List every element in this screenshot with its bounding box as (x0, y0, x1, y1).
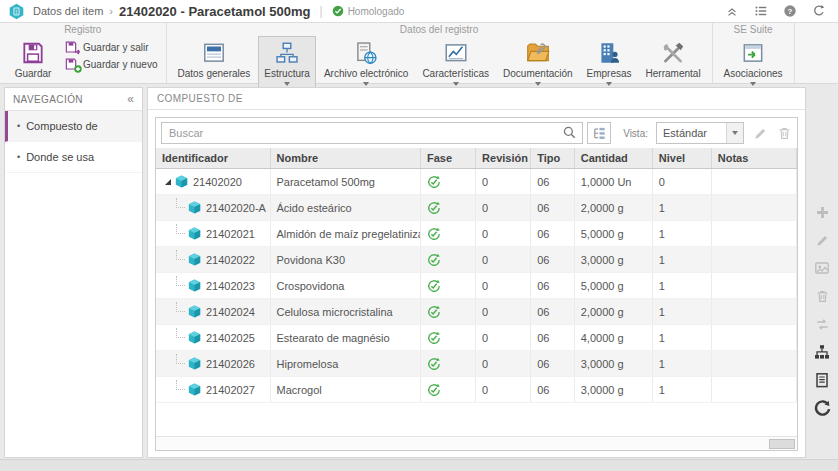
sidebar-item-compuesto-de[interactable]: • Compuesto de (5, 111, 142, 142)
archivo-electronico-button[interactable]: Archivo electrónico (318, 36, 414, 88)
refresh-icon[interactable] (812, 4, 826, 18)
table-row[interactable]: 21402023 Crospovidona 0 06 5,0000 g 1 (156, 273, 797, 299)
edit-view-button[interactable] (753, 126, 768, 141)
empresas-label: Empresas (587, 68, 632, 80)
row-id: 21402026 (206, 358, 255, 370)
table-row[interactable]: 21402024 Celulosa microcristalina 0 06 2… (156, 299, 797, 325)
panel-collapse-icon[interactable]: « (127, 92, 134, 106)
list-view-icon[interactable] (754, 4, 768, 18)
add-icon[interactable] (813, 203, 831, 221)
row-id: 21402025 (206, 332, 255, 344)
tree-expander-icon[interactable] (165, 179, 171, 185)
horizontal-scrollbar[interactable] (156, 436, 797, 450)
ribbon-group-label: Registro (4, 23, 162, 36)
breadcrumb[interactable]: Datos del item (33, 5, 103, 17)
item-cube-icon (188, 357, 201, 370)
table-row[interactable]: 21402022 Povidona K30 0 06 3,0000 g 1 (156, 247, 797, 273)
ribbon-group-registro: Registro Guardar Guardar y salir (0, 23, 167, 83)
save-icon (20, 40, 46, 66)
chevron-down-icon (535, 82, 541, 86)
table-row[interactable]: 21402025 Estearato de magnésio 0 06 4,00… (156, 325, 797, 351)
save-and-exit-label: Guardar y salir (83, 42, 149, 53)
chevron-down-icon (606, 82, 612, 86)
column-header[interactable]: Cantidad (574, 148, 652, 169)
row-tipo: 06 (531, 195, 575, 221)
scrollbar-thumb[interactable] (769, 439, 795, 449)
main-panel: COMPUESTO DE Vista: Estándar (147, 87, 806, 458)
sidebar-item-donde-se-usa[interactable]: • Donde se usa (5, 142, 142, 173)
table-row[interactable]: 21402027 Macrogol 0 06 3,0000 g 1 (156, 377, 797, 403)
chevron-down-icon (284, 82, 290, 86)
empresas-button[interactable]: Empresas (581, 36, 638, 88)
view-card-icon[interactable] (813, 259, 831, 277)
row-revision: 0 (476, 299, 531, 325)
herramental-label: Herramental (646, 68, 701, 80)
row-revision: 0 (476, 221, 531, 247)
estructura-button[interactable]: Estructura (258, 36, 316, 88)
item-cube-icon (175, 175, 188, 188)
save-button[interactable]: Guardar (5, 36, 61, 82)
delete-icon[interactable] (813, 287, 831, 305)
item-cube-icon (188, 279, 201, 292)
edit-icon[interactable] (813, 231, 831, 249)
row-nombre: Ácido esteárico (270, 195, 421, 221)
documentation-folder-icon (525, 40, 551, 66)
column-header[interactable]: Identificador (156, 148, 270, 169)
collapse-icon[interactable] (725, 4, 739, 18)
row-revision: 0 (476, 273, 531, 299)
delete-view-button[interactable] (777, 126, 792, 141)
column-header[interactable]: Nivel (652, 148, 711, 169)
save-label: Guardar (15, 68, 52, 80)
asociaciones-button[interactable]: Asociaciones (718, 36, 789, 88)
table-row[interactable]: 21402021 Almidón de maíz pregelatinizado… (156, 221, 797, 247)
row-revision: 0 (476, 247, 531, 273)
row-cantidad: 4,0000 g (574, 325, 652, 351)
row-tipo: 06 (531, 377, 575, 403)
search-input[interactable] (161, 122, 583, 144)
tree-view-toggle-button[interactable] (587, 122, 611, 144)
column-header[interactable]: Revisión (476, 148, 531, 169)
table-row[interactable]: 21402026 Hipromelosa 0 06 3,0000 g 1 (156, 351, 797, 377)
table-row[interactable]: 21402020 Paracetamol 500mg 0 06 1,0000 U… (156, 169, 797, 195)
sidebar-item-label: Compuesto de (26, 120, 98, 132)
table-row[interactable]: 21402020-A Ácido esteárico 0 06 2,0000 g… (156, 195, 797, 221)
row-nombre: Macrogol (270, 377, 421, 403)
column-header[interactable]: Notas (711, 148, 796, 169)
bullet-icon: • (17, 152, 20, 162)
herramental-button[interactable]: Herramental (640, 36, 707, 88)
panel-title: COMPUESTO DE (157, 93, 243, 104)
view-select[interactable]: Estándar (656, 122, 744, 144)
row-cantidad: 5,0000 g (574, 221, 652, 247)
phase-released-icon (427, 201, 475, 215)
row-cantidad: 3,0000 g (574, 351, 652, 377)
column-header[interactable]: Nombre (270, 148, 421, 169)
row-cantidad: 3,0000 g (574, 247, 652, 273)
chevron-down-icon (726, 123, 743, 143)
column-header[interactable]: Tipo (531, 148, 575, 169)
row-tipo: 06 (531, 221, 575, 247)
electronic-file-icon (353, 40, 379, 66)
save-and-new-button[interactable]: Guardar y nuevo (64, 57, 158, 71)
sidebar-item-label: Donde se usa (26, 151, 94, 163)
datos-generales-button[interactable]: Datos generales (172, 36, 257, 88)
chevron-down-icon (363, 82, 369, 86)
row-tipo: 06 (531, 247, 575, 273)
structure-tree-icon[interactable] (813, 343, 831, 361)
search-icon[interactable] (562, 125, 577, 140)
save-and-exit-button[interactable]: Guardar y salir (64, 40, 158, 54)
chevron-down-icon (453, 82, 459, 86)
row-nivel: 1 (652, 351, 711, 377)
help-icon[interactable]: ? (783, 4, 797, 18)
documentacion-button[interactable]: Documentación (497, 36, 578, 88)
report-icon[interactable] (813, 371, 831, 389)
item-cube-icon (188, 331, 201, 344)
row-cantidad: 1,0000 Un (574, 169, 652, 195)
navigation-title: NAVEGACIÓN (13, 94, 83, 105)
refresh-icon[interactable] (813, 399, 831, 417)
move-icon[interactable] (813, 315, 831, 333)
item-cube-icon (188, 201, 201, 214)
caracteristicas-button[interactable]: Características (416, 36, 495, 88)
column-header[interactable]: Fase (421, 148, 476, 169)
caracteristicas-label: Características (422, 68, 489, 80)
row-tipo: 06 (531, 325, 575, 351)
